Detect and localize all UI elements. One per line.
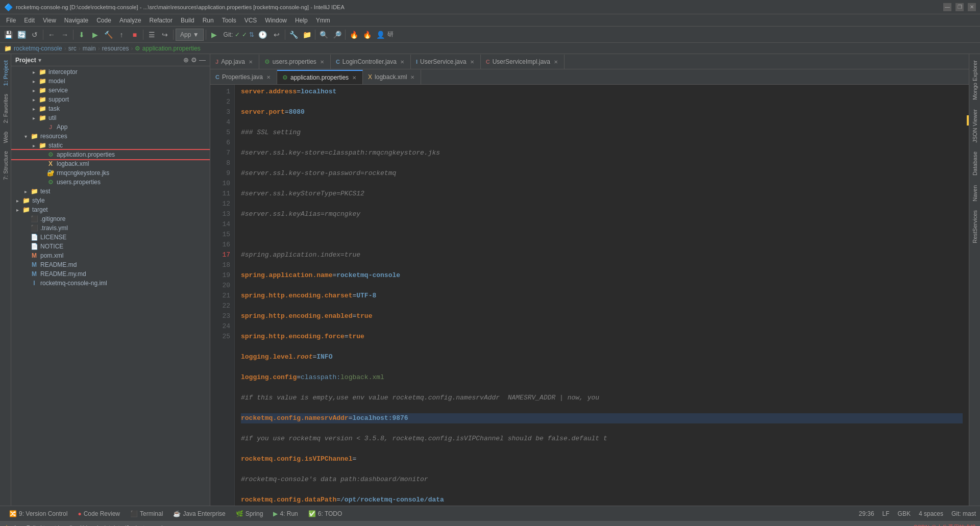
- menu-item-analyze[interactable]: Analyze: [115, 16, 145, 25]
- scope-button[interactable]: ⊕: [183, 56, 189, 64]
- search-button[interactable]: 🔍: [317, 29, 330, 41]
- right-vtab-json[interactable]: JSON Viewer: [971, 105, 979, 147]
- tree-item-target[interactable]: ▸📁target: [11, 205, 210, 214]
- bottom-tab-vc[interactable]: 🔀 9: Version Control: [4, 509, 72, 518]
- flame-button[interactable]: 🔥: [361, 29, 373, 41]
- right-vtab-db[interactable]: Database: [971, 147, 979, 180]
- tab-user-service-impl[interactable]: C UserServiceImpl.java ✕: [481, 55, 565, 69]
- vcs-update-button[interactable]: ⬇: [76, 29, 88, 41]
- find-button[interactable]: 🔎: [331, 29, 343, 41]
- save-button[interactable]: 💾: [2, 29, 14, 41]
- tab-application-properties[interactable]: ⚙ application.properties ✕: [277, 70, 363, 84]
- sync-button[interactable]: 🔄: [15, 29, 28, 41]
- menu-item-help[interactable]: Help: [291, 16, 312, 25]
- minimize-button[interactable]: —: [943, 3, 951, 11]
- menu-item-view[interactable]: View: [39, 16, 60, 25]
- tab-users-properties[interactable]: ⚙ users.properties ✕: [259, 55, 331, 69]
- right-vtab-rest[interactable]: RestServices: [971, 206, 979, 247]
- tree-item-service[interactable]: ▸📁service: [11, 86, 210, 95]
- tab-close-icon[interactable]: ✕: [248, 59, 254, 65]
- vcs-branch[interactable]: Git: mast: [951, 510, 976, 517]
- tree-item-application.properties[interactable]: ⚙application.properties: [11, 150, 210, 159]
- tree-item-logback.xml[interactable]: Xlogback.xml: [11, 159, 210, 168]
- tab-app-java[interactable]: J App.java ✕: [210, 55, 259, 69]
- right-vtab-maven[interactable]: Naven: [971, 181, 979, 206]
- tree-item-LICENSE[interactable]: 📄LICENSE: [11, 233, 210, 242]
- reload-button[interactable]: ↺: [29, 29, 41, 41]
- left-vtab-structure[interactable]: 7: Structure: [2, 147, 10, 184]
- tree-item-test[interactable]: ▸📁test: [11, 187, 210, 196]
- line-ending[interactable]: LF: [883, 510, 890, 517]
- menu-item-vcs[interactable]: VCS: [240, 16, 261, 25]
- bottom-tab-todo[interactable]: ✅ 6: TODO: [303, 509, 348, 518]
- tab-close-icon[interactable]: ✕: [409, 74, 415, 81]
- run-app-button[interactable]: ▶: [208, 29, 220, 41]
- update-button[interactable]: ↑: [115, 29, 128, 41]
- settings-button[interactable]: 🔧: [287, 29, 300, 41]
- code-editor[interactable]: server.address=localhost server.port=808…: [235, 85, 969, 506]
- stop-button[interactable]: ■: [129, 29, 141, 41]
- menu-item-run[interactable]: Run: [199, 16, 218, 25]
- tree-item-rocketmq-console-ng.iml[interactable]: Irocketmq-console-ng.iml: [11, 279, 210, 288]
- tab-close-icon[interactable]: ✕: [319, 59, 325, 65]
- right-vtab-mongo[interactable]: Mongo Explorer: [971, 56, 979, 104]
- tree-item-users.properties[interactable]: ⚙users.properties: [11, 178, 210, 187]
- sidebar-dropdown-icon[interactable]: ▾: [38, 57, 41, 64]
- tab-close-icon[interactable]: ✕: [351, 74, 357, 81]
- tab-user-service[interactable]: I UserService.java ✕: [411, 55, 481, 69]
- tab-logback-xml[interactable]: X logback.xml ✕: [363, 70, 421, 84]
- tree-item-rmqcngkeystore.jks[interactable]: 🔐rmqcngkeystore.jks: [11, 168, 210, 178]
- menu-item-window[interactable]: Window: [261, 16, 291, 25]
- tree-item-README.md[interactable]: MREADME.md: [11, 260, 210, 269]
- git-clock-button[interactable]: 🕐: [256, 29, 268, 41]
- fire-button[interactable]: 🔥: [348, 29, 360, 41]
- tree-item-style[interactable]: ▸📁style: [11, 196, 210, 205]
- tree-item-model[interactable]: ▸📁model: [11, 77, 210, 86]
- left-vtab-project[interactable]: 1: Project: [2, 56, 10, 90]
- bc-item-3[interactable]: resources: [102, 45, 129, 52]
- cursor-position[interactable]: 29:36: [859, 510, 874, 517]
- tab-login-controller[interactable]: C LoginController.java ✕: [331, 55, 411, 69]
- git-undo-button[interactable]: ↩: [271, 29, 283, 41]
- tree-item-util[interactable]: ▸📁util: [11, 113, 210, 122]
- run-button[interactable]: ▶: [89, 29, 101, 41]
- bc-item-0[interactable]: rocketmq-console: [14, 45, 62, 52]
- bottom-tab-terminal[interactable]: ⬛ Terminal: [125, 509, 168, 518]
- tab-close-icon[interactable]: ✕: [265, 74, 272, 81]
- menu-item-code[interactable]: Code: [92, 16, 115, 25]
- tree-item-resources[interactable]: ▾📁resources: [11, 132, 210, 141]
- tab-close-icon[interactable]: ✕: [553, 59, 559, 65]
- menu-item-edit[interactable]: Edit: [20, 16, 39, 25]
- tree-item-README.my.md[interactable]: MREADME.my.md: [11, 269, 210, 279]
- bc-item-2[interactable]: main: [83, 45, 96, 52]
- left-vtab-web[interactable]: Web: [2, 128, 10, 147]
- bc-item-1[interactable]: src: [68, 45, 77, 52]
- gear-icon[interactable]: ⚙: [191, 56, 197, 64]
- left-vtab-favorites[interactable]: 2: Favorites: [2, 90, 10, 127]
- tree-item-pom.xml[interactable]: Mpom.xml: [11, 251, 210, 260]
- tree-item-static[interactable]: ▸📁static: [11, 141, 210, 150]
- bottom-tab-run[interactable]: ▶ 4: Run: [268, 509, 303, 518]
- tab-close-icon[interactable]: ✕: [469, 59, 475, 65]
- folder-button[interactable]: 📁: [301, 29, 313, 41]
- bottom-tab-spring[interactable]: 🌿 Spring: [231, 509, 268, 518]
- menu-button[interactable]: ☰: [145, 29, 158, 41]
- back-button[interactable]: ←: [45, 29, 58, 41]
- menu-item-refactor[interactable]: Refactor: [145, 16, 177, 25]
- bottom-tab-review[interactable]: ● Code Review: [72, 509, 125, 518]
- step-button[interactable]: ↪: [159, 29, 171, 41]
- tree-item-NOTICE[interactable]: 📄NOTICE: [11, 242, 210, 251]
- forward-button[interactable]: →: [59, 29, 71, 41]
- maximize-button[interactable]: ❐: [955, 3, 964, 11]
- menu-item-build[interactable]: Build: [177, 16, 199, 25]
- collapse-button[interactable]: —: [199, 56, 206, 64]
- app-selector[interactable]: App ▼: [176, 29, 204, 41]
- bottom-tab-java-enterprise[interactable]: ☕ Java Enterprise: [168, 509, 230, 518]
- menu-item-ymm[interactable]: Ymm: [312, 16, 334, 25]
- charset[interactable]: GBK: [898, 510, 911, 517]
- tree-item-.gitignore[interactable]: ⬛.gitignore: [11, 214, 210, 223]
- close-button[interactable]: ✕: [968, 3, 976, 11]
- tab-properties-java[interactable]: C Properties.java ✕: [210, 70, 277, 84]
- tree-item-.travis.yml[interactable]: ⬛.travis.yml: [11, 223, 210, 233]
- build-button[interactable]: 🔨: [102, 29, 114, 41]
